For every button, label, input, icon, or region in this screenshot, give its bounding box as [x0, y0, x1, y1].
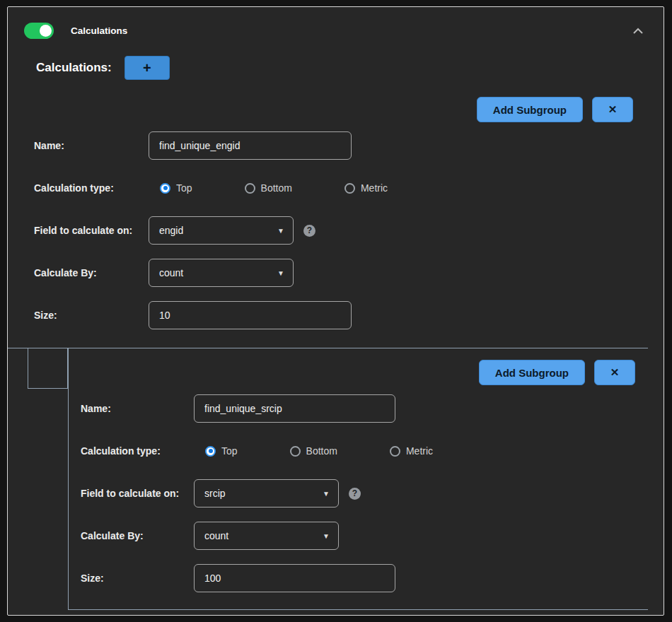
- calculations-panel: Calculations Calculations: + Add Subgrou…: [7, 6, 664, 616]
- panel-header: Calculations: [8, 7, 664, 39]
- radio-bottom-label: Bottom: [306, 445, 337, 457]
- remove-group-button[interactable]: ✕: [592, 97, 633, 122]
- toggle-knob: [40, 25, 52, 37]
- calculate-by-row: Calculate By: count ▼: [34, 259, 664, 287]
- radio-top-selected[interactable]: [160, 183, 170, 194]
- close-icon: ✕: [608, 103, 618, 116]
- field-row: Field to calculate on: srcip ▼ ?: [81, 479, 648, 507]
- subgroup-area: Add Subgroup ✕ Name: Calculation type: T…: [8, 348, 664, 610]
- field-dropdown[interactable]: srcip ▼: [194, 479, 339, 507]
- radio-metric-label: Metric: [361, 182, 388, 194]
- add-calculation-button[interactable]: +: [124, 56, 170, 80]
- calculate-by-dropdown-value: count: [159, 267, 183, 278]
- calculation-type-options: Top Bottom Metric: [194, 445, 433, 457]
- add-subgroup-button[interactable]: Add Subgroup: [479, 360, 585, 385]
- calculation-type-options: Top Bottom Metric: [149, 182, 388, 194]
- radio-top-label: Top: [221, 445, 238, 457]
- radio-option-top[interactable]: Top: [160, 182, 192, 194]
- subgroup-top-line: [8, 348, 648, 348]
- radio-top-label: Top: [176, 182, 192, 194]
- close-icon: ✕: [610, 366, 620, 379]
- size-input[interactable]: [149, 301, 352, 329]
- size-row: Size:: [81, 564, 648, 592]
- size-label: Size:: [34, 310, 149, 321]
- group-rows: Name: Calculation type: Top Bottom: [69, 394, 648, 592]
- radio-option-bottom[interactable]: Bottom: [290, 445, 337, 457]
- radio-option-top[interactable]: Top: [205, 445, 238, 457]
- remove-group-button[interactable]: ✕: [594, 360, 635, 385]
- help-icon[interactable]: ?: [303, 225, 315, 237]
- calculate-by-label: Calculate By:: [34, 267, 149, 278]
- dropdown-arrow-icon: ▼: [277, 227, 284, 235]
- radio-bottom[interactable]: [290, 446, 301, 457]
- radio-option-metric[interactable]: Metric: [390, 445, 433, 457]
- subgroup-connector: [28, 348, 68, 389]
- radio-bottom[interactable]: [245, 183, 255, 194]
- calculation-type-label: Calculation type:: [81, 445, 194, 457]
- radio-option-bottom[interactable]: Bottom: [245, 182, 292, 194]
- field-dropdown-value: srcip: [204, 488, 226, 499]
- collapse-panel-button[interactable]: [632, 25, 644, 36]
- radio-option-metric[interactable]: Metric: [344, 182, 388, 194]
- calculation-type-label: Calculation type:: [34, 182, 149, 194]
- radio-bottom-label: Bottom: [261, 182, 292, 194]
- dropdown-arrow-icon: ▼: [323, 532, 330, 540]
- field-row: Field to calculate on: engid ▼ ?: [34, 216, 664, 245]
- calculation-group-1: Add Subgroup ✕ Name: Calculation type: T…: [8, 97, 664, 329]
- calculations-title: Calculations:: [36, 61, 112, 75]
- calculations-title-row: Calculations: +: [36, 56, 664, 80]
- calculation-type-row: Calculation type: Top Bottom Metric: [81, 437, 648, 465]
- chevron-up-icon: [632, 28, 644, 34]
- field-label: Field to calculate on:: [81, 488, 194, 499]
- calculate-by-row: Calculate By: count ▼: [81, 522, 648, 550]
- name-label: Name:: [81, 403, 194, 414]
- calculations-toggle[interactable]: [24, 23, 54, 39]
- field-dropdown[interactable]: engid ▼: [149, 216, 294, 245]
- calculate-by-dropdown-value: count: [204, 530, 228, 541]
- name-label: Name:: [34, 140, 149, 151]
- group-actions: Add Subgroup ✕: [8, 97, 664, 122]
- field-dropdown-value: engid: [159, 225, 183, 236]
- calculate-by-dropdown[interactable]: count ▼: [194, 522, 339, 550]
- group-rows: Name: Calculation type: Top Bottom: [8, 131, 664, 329]
- toggle-label: Calculations: [71, 25, 127, 36]
- size-label: Size:: [81, 573, 194, 584]
- radio-top-selected[interactable]: [205, 446, 216, 457]
- radio-metric-label: Metric: [406, 445, 433, 457]
- size-row: Size:: [34, 301, 664, 329]
- calculate-by-label: Calculate By:: [81, 530, 194, 541]
- field-label: Field to calculate on:: [34, 225, 149, 236]
- name-input[interactable]: [149, 131, 352, 160]
- size-input[interactable]: [194, 564, 395, 592]
- calculate-by-dropdown[interactable]: count ▼: [149, 259, 294, 287]
- help-icon[interactable]: ?: [349, 488, 361, 500]
- group-actions: Add Subgroup ✕: [69, 360, 648, 385]
- name-row: Name:: [34, 131, 664, 160]
- name-row: Name:: [81, 394, 648, 423]
- calculation-group-2: Add Subgroup ✕ Name: Calculation type: T…: [68, 348, 648, 610]
- radio-metric[interactable]: [390, 446, 400, 457]
- name-input[interactable]: [194, 394, 395, 423]
- add-subgroup-button[interactable]: Add Subgroup: [477, 97, 583, 122]
- radio-metric[interactable]: [344, 183, 355, 194]
- dropdown-arrow-icon: ▼: [323, 490, 330, 498]
- dropdown-arrow-icon: ▼: [277, 269, 284, 277]
- calculation-type-row: Calculation type: Top Bottom Metric: [34, 174, 664, 202]
